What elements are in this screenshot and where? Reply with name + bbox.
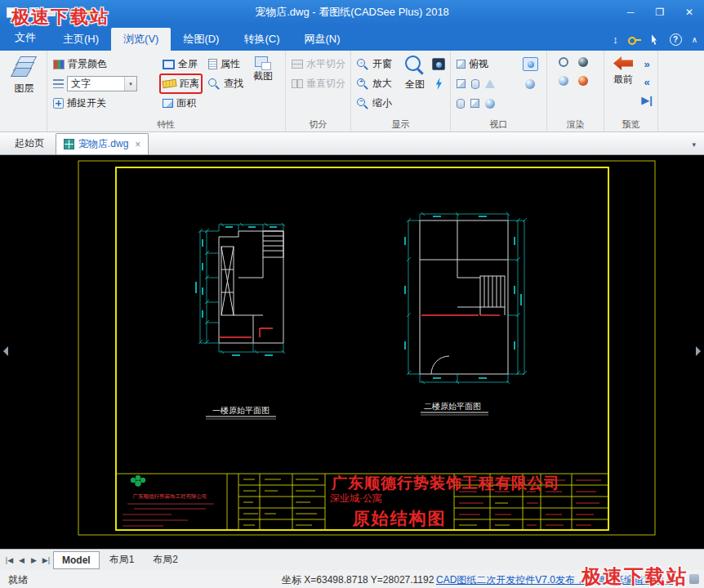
front-button[interactable]: 最前 bbox=[608, 55, 639, 108]
doc-tabs-dropdown-icon[interactable] bbox=[692, 140, 696, 149]
tab-layout1[interactable]: 布局1 bbox=[100, 550, 144, 570]
annotate-icon[interactable] bbox=[71, 7, 80, 18]
tab-model[interactable]: Model bbox=[53, 551, 100, 569]
layers-button[interactable]: 图层 bbox=[3, 55, 45, 96]
snap-toggle-button[interactable]: 捕捉开关 bbox=[51, 94, 109, 113]
tab-active-document[interactable]: 宠物店.dwg × bbox=[56, 133, 149, 154]
status-corner-icon[interactable] bbox=[689, 574, 699, 584]
tab-close-icon[interactable]: × bbox=[135, 139, 140, 150]
attributes-button[interactable]: 属性 bbox=[206, 55, 243, 74]
tab-convert[interactable]: 转换(C) bbox=[231, 28, 292, 51]
file-menu-button[interactable]: 文件 bbox=[0, 24, 51, 51]
drawing-canvas[interactable]: 一楼原始平面图 二楼原始平面图 广东顺德行势装饰 bbox=[0, 155, 704, 549]
screenshot-button[interactable]: 截图 bbox=[245, 55, 281, 83]
tab-start-page[interactable]: 起始页 bbox=[3, 132, 56, 154]
group-label-preview: 预览 bbox=[604, 118, 657, 131]
rewind-button[interactable]: « bbox=[639, 73, 655, 91]
last-sheet-button[interactable]: ▶| bbox=[40, 556, 52, 564]
tab-home[interactable]: 主页(H) bbox=[51, 28, 111, 51]
quick-access-toolbar bbox=[0, 7, 101, 18]
screenshot-icon bbox=[255, 56, 268, 67]
view-cone-icon[interactable] bbox=[485, 79, 495, 88]
key-icon[interactable] bbox=[628, 35, 642, 45]
tab-netdisk[interactable]: 网盘(N) bbox=[292, 28, 352, 51]
prev-sheet-button[interactable]: ◀ bbox=[16, 556, 28, 564]
display-mode-button[interactable] bbox=[430, 55, 448, 74]
tab-layout2[interactable]: 布局2 bbox=[144, 550, 187, 570]
viewport-shaded-button[interactable] bbox=[523, 74, 537, 93]
tab-draw[interactable]: 绘图(D) bbox=[171, 28, 231, 51]
split-vertical-button[interactable]: 垂直切分 bbox=[289, 74, 348, 93]
front-arrow-icon bbox=[613, 56, 633, 70]
quick-view-button[interactable] bbox=[432, 74, 446, 93]
bg-color-button[interactable]: 背景颜色 bbox=[51, 55, 109, 74]
minimize-button[interactable]: ─ bbox=[616, 0, 645, 24]
group-label-viewport: 视口 bbox=[451, 118, 546, 131]
next-frame-button[interactable]: ▶| bbox=[639, 91, 655, 109]
app-menu-caret-icon[interactable] bbox=[21, 10, 25, 16]
project-name: 深业城·公寓 bbox=[330, 492, 382, 504]
fit-all-icon[interactable] bbox=[404, 55, 426, 76]
front-label: 最前 bbox=[613, 73, 633, 87]
ribbon-group-properties: 背景颜色 文字 ▾ 捕捉开关 bbox=[47, 51, 286, 131]
lightning-icon bbox=[434, 78, 443, 90]
view-cube-icon[interactable] bbox=[457, 79, 466, 88]
zoom-in-label: 放大 bbox=[372, 77, 392, 91]
render-realistic-icon[interactable] bbox=[578, 76, 588, 86]
ribbon-group-viewport: 俯视 视口 bbox=[451, 51, 547, 131]
company-name-small: 广东顺德行势装饰工程有限公司 bbox=[133, 493, 207, 500]
combo-dropdown-icon[interactable]: ▾ bbox=[124, 77, 136, 91]
dwg-file-icon bbox=[64, 139, 74, 149]
measure-icon[interactable] bbox=[82, 10, 93, 16]
status-bar: 就绪 坐标 X=63498.8718 Y=28027.1192 CAD图纸二次开… bbox=[0, 570, 704, 588]
window-title: 宠物店.dwg - 看图纸(CADSee Plus) 2018 bbox=[255, 5, 449, 20]
status-ready-text: 就绪 bbox=[8, 573, 28, 587]
promo-link[interactable]: CAD图纸二次开发控件V7.0发布，新增图纸编辑功能！ bbox=[436, 573, 673, 587]
first-sheet-button[interactable]: |◀ bbox=[3, 556, 16, 564]
close-button[interactable]: ✕ bbox=[675, 0, 704, 24]
app-icon[interactable] bbox=[7, 7, 16, 18]
text-style-row: 文字 ▾ bbox=[51, 74, 140, 93]
tab-view[interactable]: 浏览(V) bbox=[111, 28, 171, 51]
split-vertical-icon bbox=[292, 79, 303, 88]
cursor-icon[interactable] bbox=[652, 34, 660, 45]
render-shaded-icon[interactable] bbox=[559, 76, 568, 86]
help-icon[interactable]: ? bbox=[670, 33, 682, 46]
qat-dropdown-caret-icon[interactable] bbox=[98, 10, 101, 16]
updown-arrows-icon[interactable] bbox=[613, 34, 618, 45]
render-hidden-icon[interactable] bbox=[578, 57, 588, 67]
collapse-ribbon-icon[interactable] bbox=[692, 36, 697, 44]
top-view-button[interactable]: 俯视 bbox=[454, 55, 491, 74]
zoom-out-button[interactable]: 缩小 bbox=[354, 94, 394, 113]
area-icon bbox=[163, 99, 173, 108]
zoom-in-button[interactable]: 放大 bbox=[354, 74, 394, 93]
zoom-window-icon bbox=[357, 59, 369, 70]
distance-button[interactable]: 距离 bbox=[160, 74, 202, 93]
viewport-selected-button[interactable] bbox=[520, 55, 541, 74]
view-sphere-icon[interactable] bbox=[485, 99, 495, 109]
undo-icon[interactable] bbox=[60, 7, 69, 18]
text-style-combo[interactable]: 文字 ▾ bbox=[67, 76, 137, 91]
viewport-sphere-icon bbox=[525, 79, 535, 89]
ribbon-group-render: 渲染 bbox=[547, 51, 604, 131]
render-wireframe-icon[interactable] bbox=[559, 57, 568, 67]
view-cylinder2-icon[interactable] bbox=[457, 99, 465, 109]
fullscreen-button[interactable]: 全屏 bbox=[160, 55, 200, 74]
area-button[interactable]: 面积 bbox=[160, 94, 198, 113]
ribbon: 图层 背景颜色 文字 ▾ bbox=[0, 51, 704, 132]
find-button[interactable]: 查找 bbox=[206, 74, 246, 93]
next-sheet-button[interactable]: ▶ bbox=[28, 556, 40, 564]
split-horizontal-button[interactable]: 水平切分 bbox=[289, 55, 348, 74]
fit-all-label[interactable]: 全图 bbox=[405, 78, 425, 91]
pan-left-arrow[interactable] bbox=[3, 346, 8, 356]
maximize-button[interactable]: ❐ bbox=[645, 0, 675, 24]
fast-forward-button[interactable]: » bbox=[639, 55, 655, 73]
zoom-window-button[interactable]: 开窗 bbox=[354, 55, 394, 74]
view-cylinder-icon[interactable] bbox=[471, 79, 479, 89]
save-icon[interactable] bbox=[29, 7, 39, 17]
application-window: 宠物店.dwg - 看图纸(CADSee Plus) 2018 ─ ❐ ✕ 文件… bbox=[0, 0, 704, 588]
pan-right-arrow[interactable] bbox=[696, 346, 701, 356]
fullscreen-icon bbox=[163, 60, 175, 69]
print-icon[interactable] bbox=[44, 8, 56, 16]
view-cube2-icon[interactable] bbox=[470, 99, 479, 108]
